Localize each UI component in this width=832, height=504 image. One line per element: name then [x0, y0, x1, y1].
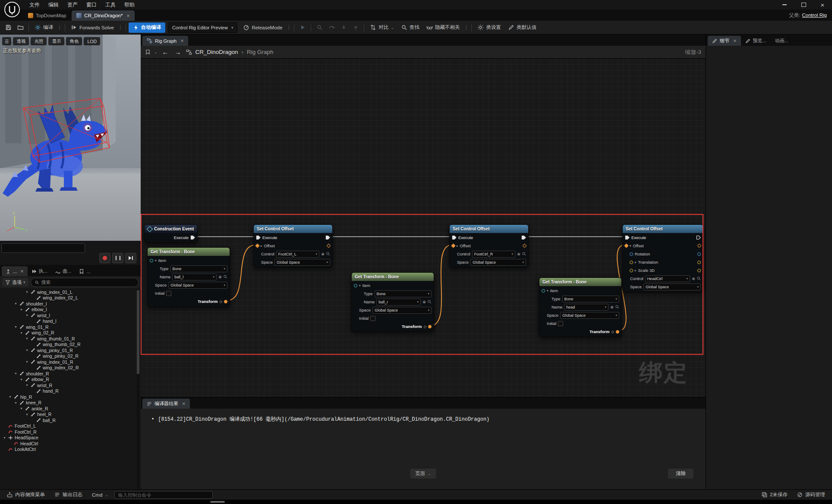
chevron-down-icon[interactable]: ▾	[19, 331, 23, 335]
scale-3d-pin[interactable]	[697, 269, 701, 272]
space-dropdown[interactable]: Global Space▾	[470, 259, 526, 266]
rotation-pin[interactable]	[630, 252, 633, 256]
chevron-down-icon[interactable]: ▾	[19, 378, 23, 381]
initial-pin[interactable]	[542, 322, 545, 325]
tree-item-HeadSpace[interactable]: ▾ HeadSpace	[0, 435, 141, 441]
tree-item-shoulder_R[interactable]: ▾ shoulder_R	[0, 371, 141, 377]
page-dropdown[interactable]: 页面 ⌄	[410, 469, 436, 479]
minimize-button[interactable]	[775, 0, 794, 9]
tree-item-LookAtCtrl[interactable]: LookAtCtrl	[0, 447, 141, 453]
close-icon[interactable]: ×	[20, 268, 24, 274]
search-icon[interactable]	[224, 275, 227, 279]
offset-pin[interactable]	[523, 244, 527, 248]
hide-unrelated-options-icon[interactable]: ⋮	[463, 22, 469, 33]
auto-compile-button[interactable]: 自动编译	[129, 22, 165, 33]
rotation-pin[interactable]	[697, 252, 701, 256]
item-pin[interactable]	[354, 284, 357, 287]
item-pin[interactable]	[542, 289, 545, 293]
execute-pin[interactable]	[256, 235, 261, 240]
control-pin[interactable]	[452, 252, 455, 256]
space-dropdown[interactable]: Global Space▾	[643, 284, 701, 290]
transform-pin[interactable]	[428, 325, 432, 328]
tree-item-wrist_R[interactable]: ▾ wrist_R	[0, 382, 141, 388]
compile-button[interactable]: 编译	[32, 22, 56, 33]
clear-button[interactable]: 清除	[668, 469, 693, 479]
expander-icon[interactable]: ▸	[261, 244, 262, 248]
control-dropdown[interactable]: FootCtrl_L▾	[276, 251, 319, 258]
use-selected-icon[interactable]: ⊕	[610, 305, 614, 309]
initial-checkbox[interactable]	[370, 316, 375, 321]
tree-item-wing_thumb_01_R[interactable]: ▾ wing_thumb_01_R	[0, 336, 141, 342]
use-selected-icon[interactable]: ⊕	[321, 252, 325, 256]
hide-unrelated-button[interactable]: 隐藏不相关	[423, 22, 463, 33]
tree-item-wing_pinky_01_R[interactable]: ▾ wing_pinky_01_R	[0, 347, 141, 353]
transform-toggle-icon[interactable]: ◇	[611, 330, 614, 334]
menu-item[interactable]: 编辑	[44, 0, 63, 9]
viewport-menu-button[interactable]: ☰	[2, 37, 11, 45]
menu-item[interactable]: 帮助	[120, 0, 139, 9]
chevron-down-icon[interactable]: ▾	[25, 337, 29, 340]
scale-3d-pin[interactable]	[630, 269, 633, 272]
graph-canvas[interactable]: 绑定 Construction Event Execute Get Transf…	[141, 59, 706, 397]
breadcrumb-root[interactable]: CR_DinoDragon	[195, 49, 238, 55]
release-mode-button[interactable]: ReleaseMode	[240, 22, 285, 33]
scrollbar-thumb[interactable]	[137, 290, 139, 374]
chevron-down-icon[interactable]: ▾	[19, 308, 23, 312]
viewport-button--[interactable]: 显示	[48, 37, 64, 45]
close-icon[interactable]: ×	[126, 13, 130, 19]
initial-pin[interactable]	[354, 317, 357, 320]
preview-viewport[interactable]: Z Y ☰透视光照显示角色LOD 正在预览参考姿势	[0, 35, 141, 241]
close-icon[interactable]: ×	[733, 38, 737, 44]
cmd-dropdown[interactable]: Cmd ⌄	[88, 492, 112, 498]
class-defaults-button[interactable]: 类默认值	[505, 22, 539, 33]
execute-pin[interactable]	[625, 235, 630, 240]
item-pin[interactable]	[150, 259, 153, 262]
type-dropdown[interactable]: Bone▾	[375, 290, 432, 297]
left-tab--[interactable]: 曲...	[51, 266, 75, 276]
expander-icon[interactable]: ▸	[635, 261, 637, 264]
tree-item-wing_index_01_L[interactable]: ▾ wing_index_01_L	[0, 289, 141, 295]
offset-pin[interactable]	[255, 244, 260, 248]
translation-pin[interactable]	[630, 261, 633, 264]
tree-item-wing_thumb_02_R[interactable]: wing_thumb_02_R	[0, 342, 141, 348]
left-tab--[interactable]: ...	[75, 266, 94, 276]
play-button[interactable]	[297, 22, 308, 33]
name-dropdown[interactable]: head▾	[564, 304, 608, 311]
chevron-down-icon[interactable]: ▾	[25, 348, 29, 352]
tree-item-wing_02_R[interactable]: ▾ wing_02_R	[0, 330, 141, 336]
graph-node-sc3[interactable]: Set Control Offset Execute▾OffsetRotatio…	[622, 224, 703, 292]
options-button[interactable]: 选项 ▾	[2, 278, 28, 287]
initial-checkbox[interactable]	[166, 291, 171, 296]
viewport-button-lod[interactable]: LOD	[84, 37, 100, 45]
name-pin[interactable]	[154, 275, 158, 279]
right-tab--[interactable]: 预览...	[741, 36, 771, 46]
tree-item-FootCtrl_R[interactable]: FootCtrl_R	[0, 429, 141, 435]
offset-pin[interactable]	[624, 244, 629, 248]
forwards-solve-button[interactable]: Forwards Solve	[68, 22, 117, 33]
close-button[interactable]: ×	[813, 0, 832, 9]
viewport-button--[interactable]: 角色	[66, 37, 82, 45]
search-icon[interactable]	[697, 277, 701, 280]
use-selected-icon[interactable]: ⊕	[422, 299, 426, 304]
expander-icon[interactable]: ▸	[635, 269, 637, 272]
name-dropdown[interactable]: ball_r▾	[376, 299, 421, 306]
parent-class-link[interactable]: Control Rig	[802, 13, 827, 18]
use-selected-icon[interactable]: ⊕	[218, 274, 222, 279]
search-icon[interactable]	[428, 300, 432, 304]
preview-field[interactable]	[1, 243, 85, 253]
debug-search-button[interactable]	[314, 22, 325, 33]
tree-item-wing_01_R[interactable]: ▾ wing_01_R	[0, 324, 141, 330]
expander-icon[interactable]: ▾	[547, 289, 548, 293]
tree-item-hip_R[interactable]: ▾ hip_R	[0, 394, 141, 400]
right-tab--[interactable]: 细节 ×	[708, 36, 741, 46]
offset-pin[interactable]	[451, 244, 456, 248]
left-tab--[interactable]: 执...	[28, 266, 51, 276]
use-selected-icon[interactable]: ⊕	[517, 252, 520, 256]
menu-item[interactable]: 工具	[101, 0, 120, 9]
compile-options-icon[interactable]: ⋮	[57, 22, 62, 33]
transform-pin[interactable]	[224, 300, 227, 303]
viewport-button--[interactable]: 光照	[31, 37, 47, 45]
space-dropdown[interactable]: Global Space▾	[168, 282, 227, 289]
chevron-down-icon[interactable]: ▾	[25, 383, 29, 387]
expander-icon[interactable]: ▸	[457, 244, 458, 248]
